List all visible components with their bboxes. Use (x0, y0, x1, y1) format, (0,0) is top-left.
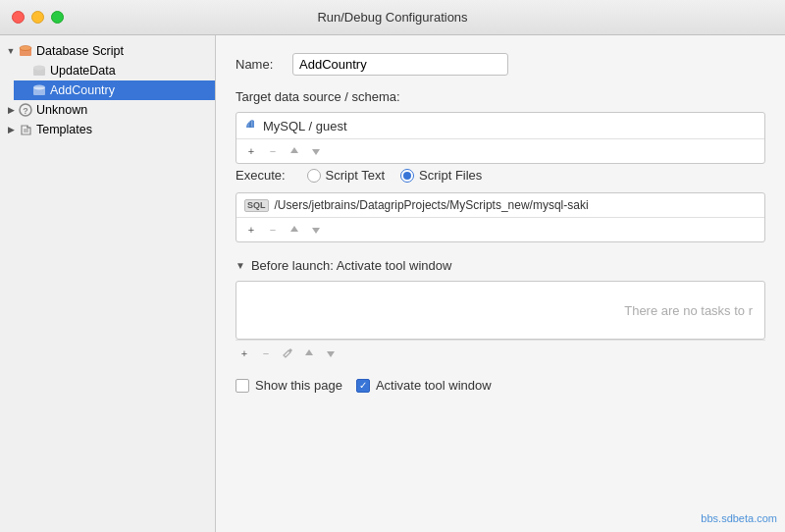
maximize-button[interactable] (51, 11, 64, 24)
before-launch-title: Before launch: Activate tool window (251, 258, 452, 273)
minimize-button[interactable] (31, 11, 44, 24)
before-launch-content: There are no tasks to r (236, 281, 765, 340)
unknown-label: Unknown (36, 103, 87, 117)
database-script-icon (18, 43, 33, 59)
svg-marker-11 (290, 147, 298, 153)
script-file-item[interactable]: SQL /Users/jetbrains/DatagripProjects/My… (236, 193, 764, 217)
up-script-btn[interactable] (286, 221, 303, 239)
mysql-icon (244, 118, 260, 133)
remove-task-btn[interactable]: − (257, 345, 275, 362)
datasource-value: MySQL / guest (263, 119, 347, 133)
expand-arrow-database-script: ▼ (4, 44, 18, 58)
before-launch-empty-text: There are no tasks to r (624, 303, 753, 318)
radio-circle-script-text[interactable] (307, 169, 321, 183)
name-row: Name: (236, 53, 765, 76)
arrow-spacer-2: ▶ (18, 83, 31, 97)
watermark: bbs.sdbeta.com (701, 512, 777, 524)
before-launch-section: ▼ Before launch: Activate tool window Th… (236, 258, 765, 366)
show-page-checkbox[interactable] (236, 379, 249, 393)
sidebar-item-add-country[interactable]: ▶ AddCountry (14, 80, 215, 100)
svg-marker-14 (312, 228, 320, 234)
sql-badge: SQL (244, 199, 269, 212)
window-title: Run/Debug Configurations (317, 10, 467, 25)
svg-marker-12 (312, 149, 320, 155)
update-data-icon (31, 63, 47, 79)
script-files-label: Script Files (419, 168, 482, 183)
sidebar-item-templates[interactable]: ▶ Templates (0, 120, 215, 139)
up-task-btn[interactable] (300, 345, 318, 362)
execute-row: Execute: Script Text Script Files (236, 168, 765, 183)
sidebar-item-update-data[interactable]: ▶ UpdateData (14, 61, 215, 80)
update-data-label: UpdateData (50, 64, 116, 78)
title-bar: Run/Debug Configurations (0, 0, 785, 35)
expand-arrow-templates: ▶ (4, 123, 18, 136)
traffic-lights (12, 11, 64, 24)
radio-script-files[interactable]: Script Files (400, 168, 482, 183)
show-page-option[interactable]: Show this page (236, 378, 342, 393)
activate-tool-window-label: Activate tool window (376, 378, 492, 393)
svg-marker-16 (327, 351, 335, 357)
remove-script-btn[interactable]: − (264, 221, 282, 239)
script-file-box: SQL /Users/jetbrains/DatagripProjects/My… (236, 192, 765, 242)
svg-marker-13 (290, 226, 298, 232)
edit-task-btn[interactable] (279, 345, 296, 362)
down-task-btn[interactable] (322, 345, 340, 362)
add-task-btn[interactable]: + (236, 345, 253, 362)
arrow-spacer: ▶ (18, 64, 31, 78)
radio-script-text[interactable]: Script Text (307, 168, 385, 183)
sidebar: ▼ Database Script ▶ Upda (0, 35, 216, 532)
templates-label: Templates (36, 123, 92, 136)
close-button[interactable] (12, 11, 25, 24)
checkbox-row: Show this page Activate tool window (236, 378, 765, 393)
script-path: /Users/jetbrains/DatagripProjects/MyScri… (275, 198, 589, 212)
svg-point-6 (33, 85, 45, 90)
database-script-children: ▶ UpdateData ▶ AddCountry (0, 61, 215, 100)
down-script-btn[interactable] (307, 221, 325, 239)
show-page-label: Show this page (255, 378, 342, 393)
remove-datasource-btn[interactable]: − (264, 142, 282, 160)
datasource-item[interactable]: MySQL / guest (236, 113, 764, 138)
before-launch-header: ▼ Before launch: Activate tool window (236, 258, 765, 273)
main-container: ▼ Database Script ▶ Upda (0, 35, 785, 532)
execute-label: Execute: (236, 168, 286, 183)
name-input[interactable] (292, 53, 508, 76)
sidebar-item-database-script[interactable]: ▼ Database Script (0, 41, 215, 61)
activate-tool-window-option[interactable]: Activate tool window (356, 378, 492, 393)
unknown-icon: ? (18, 102, 33, 118)
before-launch-toolbar: + − (236, 340, 765, 366)
database-script-label: Database Script (36, 44, 124, 58)
activate-tool-window-checkbox[interactable] (356, 379, 370, 393)
before-launch-toggle[interactable]: ▼ (236, 260, 245, 271)
add-country-label: AddCountry (50, 83, 115, 97)
datasource-box: MySQL / guest + − (236, 112, 765, 164)
name-label: Name: (236, 57, 285, 72)
script-toolbar: + − (236, 217, 764, 241)
up-datasource-btn[interactable] (286, 142, 303, 160)
radio-circle-script-files[interactable] (400, 169, 414, 183)
content-panel: Name: Target data source / schema: MySQL… (216, 35, 785, 532)
add-script-btn[interactable]: + (242, 221, 260, 239)
add-datasource-btn[interactable]: + (242, 142, 260, 160)
target-label: Target data source / schema: (236, 89, 765, 104)
down-datasource-btn[interactable] (307, 142, 325, 160)
sidebar-item-unknown[interactable]: ▶ ? Unknown (0, 100, 215, 120)
datasource-toolbar: + − (236, 138, 764, 163)
svg-marker-15 (305, 349, 313, 355)
svg-point-4 (33, 66, 45, 71)
expand-arrow-unknown: ▶ (4, 103, 18, 117)
templates-icon (18, 122, 33, 137)
add-country-icon (31, 82, 47, 98)
svg-text:?: ? (23, 106, 28, 116)
script-text-label: Script Text (326, 168, 385, 183)
